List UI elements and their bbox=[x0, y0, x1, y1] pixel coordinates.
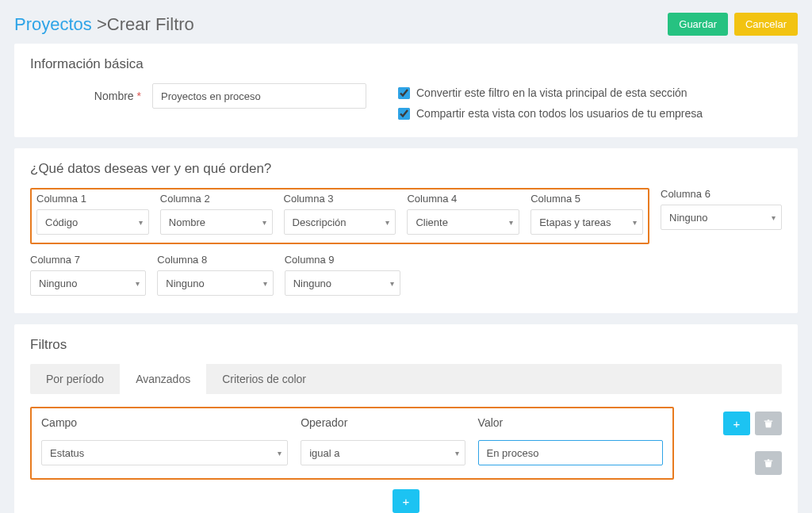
add-filter-button[interactable]: + bbox=[723, 412, 750, 435]
checkbox-main-view[interactable]: Convertir este filtro en la vista princi… bbox=[398, 86, 703, 99]
col-select-9[interactable]: Ninguno bbox=[285, 270, 400, 296]
checkbox-main-view-label: Convertir este filtro en la vista princi… bbox=[416, 86, 688, 99]
filter-highlight: Campo Operador Valor Estatus igual a bbox=[30, 407, 674, 480]
trash-icon bbox=[763, 457, 774, 469]
checkbox-share-label: Compartir esta vista con todos los usuar… bbox=[416, 107, 703, 120]
checkbox-main-view-input[interactable] bbox=[398, 87, 410, 99]
plus-icon: + bbox=[733, 417, 741, 431]
col-select-4[interactable]: Cliente bbox=[407, 209, 519, 235]
filter-operador-select[interactable]: igual a bbox=[301, 440, 465, 465]
col-label-8: Columna 8 bbox=[157, 254, 273, 266]
col-label-5: Columna 5 bbox=[530, 193, 643, 205]
col-label-1: Columna 1 bbox=[36, 193, 149, 205]
tab-color[interactable]: Criterios de color bbox=[206, 364, 322, 394]
delete-filter-row-button[interactable] bbox=[755, 451, 782, 475]
panel-basic-info: Información básica Nombre * Convertir es… bbox=[14, 44, 798, 137]
filter-campo-select[interactable]: Estatus bbox=[41, 440, 288, 465]
add-filter-row-button[interactable]: + bbox=[393, 489, 419, 513]
col-select-7[interactable]: Ninguno bbox=[30, 270, 146, 296]
breadcrumb-link[interactable]: Proyectos bbox=[14, 14, 92, 34]
filter-header-valor: Valor bbox=[478, 416, 663, 429]
col-select-8[interactable]: Ninguno bbox=[157, 270, 273, 296]
breadcrumb: Proyectos >Crear Filtro bbox=[14, 14, 194, 35]
trash-icon bbox=[763, 418, 774, 429]
section-title-filters: Filtros bbox=[30, 337, 782, 353]
filter-tabs: Por período Avanzados Criterios de color bbox=[30, 364, 782, 394]
section-title-columns: ¿Qué datos deseas ver y en qué orden? bbox=[30, 161, 782, 177]
filter-valor-input[interactable] bbox=[478, 440, 663, 465]
save-button[interactable]: Guardar bbox=[668, 13, 728, 36]
panel-filters: Filtros Por período Avanzados Criterios … bbox=[14, 324, 798, 513]
col-select-1[interactable]: Código bbox=[36, 209, 149, 235]
col-label-7: Columna 7 bbox=[30, 254, 146, 266]
cancel-button[interactable]: Cancelar bbox=[734, 13, 798, 36]
name-input[interactable] bbox=[152, 83, 366, 109]
breadcrumb-sep: > bbox=[97, 14, 107, 34]
col-label-6: Columna 6 bbox=[661, 188, 782, 200]
filter-header-operador: Operador bbox=[301, 416, 465, 429]
filter-header-campo: Campo bbox=[41, 416, 288, 429]
panel-columns: ¿Qué datos deseas ver y en qué orden? Co… bbox=[14, 148, 798, 313]
col-label-9: Columna 9 bbox=[285, 254, 400, 266]
col-select-3[interactable]: Descripción bbox=[284, 209, 396, 235]
col-label-2: Columna 2 bbox=[160, 193, 273, 205]
name-label: Nombre * bbox=[30, 90, 141, 102]
checkbox-share[interactable]: Compartir esta vista con todos los usuar… bbox=[398, 107, 703, 120]
checkbox-share-input[interactable] bbox=[398, 108, 410, 120]
tab-periodo[interactable]: Por período bbox=[30, 364, 120, 394]
col-select-2[interactable]: Nombre bbox=[160, 209, 273, 235]
delete-filter-header-button[interactable] bbox=[755, 412, 782, 435]
col-select-6[interactable]: Ninguno bbox=[661, 205, 782, 230]
col-label-4: Columna 4 bbox=[407, 193, 519, 205]
tab-avanzados[interactable]: Avanzados bbox=[120, 364, 206, 394]
col-label-3: Columna 3 bbox=[284, 193, 396, 205]
breadcrumb-current: Crear Filtro bbox=[107, 14, 194, 34]
col-select-5[interactable]: Etapas y tareas bbox=[530, 209, 643, 235]
section-title-basic: Información básica bbox=[30, 56, 782, 72]
columns-highlight: Columna 1 Código Columna 2 Nombre Column… bbox=[30, 188, 649, 244]
plus-icon: + bbox=[403, 495, 410, 508]
